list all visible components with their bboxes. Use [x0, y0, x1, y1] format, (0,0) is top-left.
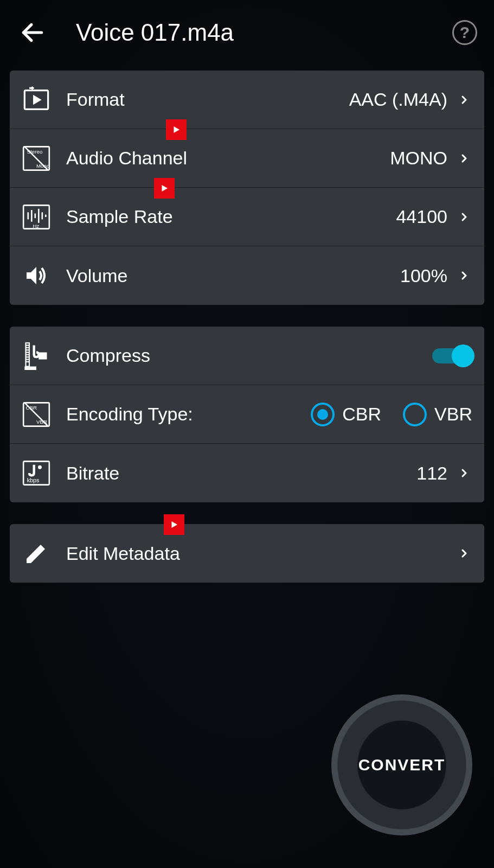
svg-marker-8	[162, 185, 168, 192]
svg-text:Hz: Hz	[33, 222, 40, 228]
compress-row[interactable]: Compress	[10, 327, 484, 385]
chevron-right-icon	[456, 209, 472, 225]
encoding-icon: CBR VBR	[22, 400, 51, 429]
svg-text:kbps: kbps	[27, 477, 40, 483]
back-button[interactable]	[16, 16, 49, 49]
compress-label: Compress	[66, 345, 432, 366]
convert-label: CONVERT	[358, 756, 446, 774]
volume-row[interactable]: Volume 100%	[10, 246, 484, 305]
settings-section: Format AAC (.M4A) Stereo Mono Audio Chan…	[10, 71, 484, 305]
svg-text:VBR: VBR	[36, 419, 47, 425]
bitrate-value: 112	[416, 463, 447, 484]
help-button[interactable]: ?	[452, 20, 478, 46]
svg-text:Mono: Mono	[36, 163, 50, 169]
bitrate-label: Bitrate	[66, 463, 416, 484]
svg-rect-27	[39, 352, 47, 359]
format-icon	[22, 85, 51, 114]
svg-rect-28	[24, 366, 36, 370]
svg-point-34	[39, 466, 41, 468]
metadata-section: Edit Metadata	[10, 524, 484, 583]
sample-rate-label: Sample Rate	[66, 206, 396, 227]
radio-cbr-label: CBR	[342, 404, 381, 425]
svg-marker-17	[27, 267, 36, 284]
format-label: Format	[66, 89, 349, 110]
channel-icon: Stereo Mono	[22, 144, 51, 173]
play-badge-icon[interactable]	[166, 119, 187, 140]
radio-vbr[interactable]: VBR	[403, 403, 472, 426]
chevron-right-icon	[456, 465, 472, 481]
encoding-type-row: CBR VBR Encoding Type: CBR VBR	[10, 385, 484, 444]
volume-label: Volume	[66, 265, 400, 286]
volume-icon	[22, 261, 51, 290]
format-value: AAC (.M4A)	[349, 89, 447, 110]
arrow-left-icon	[19, 19, 46, 46]
format-row[interactable]: Format AAC (.M4A)	[10, 71, 484, 129]
metadata-label: Edit Metadata	[66, 543, 456, 564]
channel-value: MONO	[390, 148, 447, 169]
chevron-right-icon	[456, 267, 472, 284]
svg-marker-3	[174, 126, 180, 133]
edit-metadata-row[interactable]: Edit Metadata	[10, 524, 484, 583]
channel-label: Audio Channel	[66, 148, 390, 169]
chevron-right-icon	[456, 92, 472, 108]
bitrate-icon: kbps	[22, 458, 51, 488]
sample-rate-value: 44100	[396, 206, 447, 227]
compress-icon	[22, 341, 51, 371]
radio-vbr-label: VBR	[434, 404, 472, 425]
svg-text:Stereo: Stereo	[27, 149, 43, 155]
chevron-right-icon	[456, 150, 472, 167]
svg-marker-2	[34, 96, 40, 103]
audio-channel-row[interactable]: Stereo Mono Audio Channel MONO	[10, 129, 484, 188]
sample-rate-icon: Hz	[22, 202, 51, 232]
radio-cbr[interactable]: CBR	[311, 403, 381, 426]
encoding-label: Encoding Type:	[66, 404, 311, 425]
compress-section: Compress CBR VBR Encoding Type: CBR VBR	[10, 327, 484, 502]
volume-value: 100%	[400, 265, 447, 286]
compress-toggle[interactable]	[432, 345, 472, 367]
convert-button[interactable]: CONVERT	[331, 694, 472, 835]
help-icon: ?	[452, 20, 477, 45]
svg-marker-36	[172, 521, 178, 528]
sample-rate-row[interactable]: Hz Sample Rate 44100	[10, 188, 484, 246]
play-badge-icon[interactable]	[154, 178, 175, 199]
pencil-icon	[22, 539, 51, 568]
play-badge-icon[interactable]	[164, 514, 184, 535]
page-title: Voice 017.m4a	[76, 19, 425, 46]
bitrate-row[interactable]: kbps Bitrate 112	[10, 444, 484, 502]
chevron-right-icon	[456, 545, 472, 561]
svg-text:CBR: CBR	[26, 405, 37, 411]
